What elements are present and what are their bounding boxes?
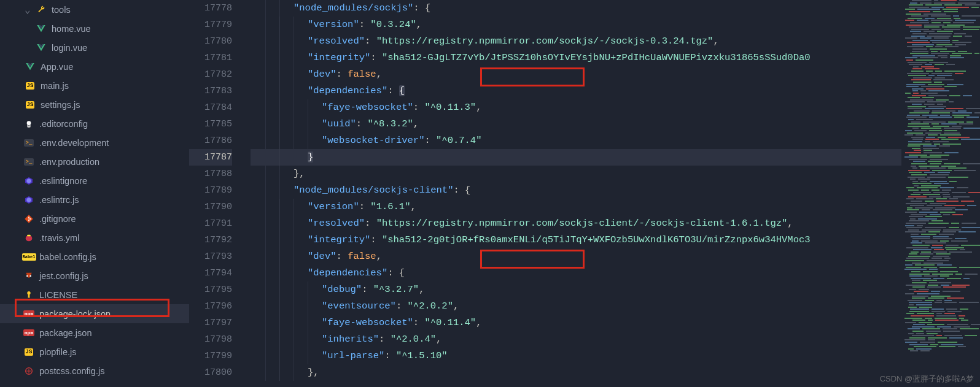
minimap-line [901,307,980,308]
minimap-line [901,348,980,350]
file-tree-item-package-lock-json[interactable]: npmpackage-lock.json [0,304,189,323]
file-tree-item-app-vue[interactable]: App.vue [0,57,189,76]
file-name-label: App.vue [41,62,73,72]
code-line[interactable]: "faye-websocket": "^0.11.4", [251,315,901,331]
minimap-line [901,148,980,150]
minimap[interactable] [901,0,980,387]
code-line[interactable]: "eventsource": "^2.0.2", [251,298,901,315]
file-tree-item--gitignore[interactable]: .gitignore [0,209,189,228]
js-icon: JS [25,80,36,91]
code-line[interactable]: "node_modules/sockjs": { [251,0,901,17]
code-line[interactable]: "version": "0.3.24", [251,17,901,33]
code-line[interactable]: } [251,149,901,166]
code-line[interactable]: "dev": false, [251,66,901,83]
minimap-line [901,9,980,10]
code-line[interactable]: "websocket-driver": "^0.7.4" [251,132,901,149]
file-tree-item-package-json[interactable]: npmpackage.json [0,323,189,342]
minimap-line [901,286,980,288]
code-editor[interactable]: 1777817779177801778117782177831778417785… [189,0,980,387]
minimap-line [901,203,980,205]
minimap-line [901,207,980,209]
line-number: 17800 [189,364,232,381]
line-number: 17789 [189,182,232,199]
minimap-line [901,53,980,55]
license-icon [23,289,34,301]
file-tree-item-jest-config-js[interactable]: jest.config.js [0,266,189,285]
code-line[interactable]: "resolved": "https://registry.npmmirror.… [251,33,901,50]
file-explorer: ⌄toolshome.vuelogin.vueApp.vueJSmain.jsJ… [0,0,189,387]
code-line[interactable]: }, [251,166,901,182]
code-line[interactable]: "node_modules/sockjs-client": { [251,182,901,199]
code-line[interactable]: "integrity": "sha512-GJgLTZ7vYb/JtPSSZ10… [251,50,901,66]
file-tree-item--travis-yml[interactable]: .travis.yml [0,228,189,247]
code-line[interactable]: "uuid": "^8.3.2", [251,116,901,132]
minimap-line [901,324,980,326]
minimap-line [901,112,980,114]
minimap-line [901,110,980,112]
line-number: 17794 [189,265,232,282]
minimap-line [901,128,980,129]
minimap-line [901,48,980,50]
minimap-line [901,267,980,269]
minimap-line [901,117,980,118]
minimap-line [901,42,980,44]
file-tree-item-tools[interactable]: ⌄tools [0,0,189,19]
file-tree-item-plopfile-js[interactable]: JSplopfile.js [0,342,189,361]
file-tree-item--eslintrc-js[interactable]: .eslintrc.js [0,190,189,209]
line-number: 17791 [189,215,232,232]
file-tree-item-home-vue[interactable]: home.vue [0,19,189,38]
code-content[interactable]: "node_modules/sockjs": {"version": "0.3.… [251,0,901,387]
file-tree-item-settings-js[interactable]: JSsettings.js [0,95,189,114]
minimap-line [901,15,980,17]
minimap-line [901,302,980,304]
code-line[interactable]: "dependencies": { [251,83,901,99]
minimap-line [901,236,980,238]
minimap-line [901,20,980,21]
env-icon: >_ [23,156,34,167]
file-tree-item--env-development[interactable]: >_.env.development [0,133,189,152]
minimap-line [901,44,980,46]
code-line[interactable]: }, [251,364,901,381]
minimap-line [901,166,980,167]
file-tree-item-main-js[interactable]: JSmain.js [0,76,189,95]
file-tree-item-postcss-config-js[interactable]: postcss.config.js [0,361,189,380]
code-line[interactable]: "resolved": "https://registry.npmmirror.… [251,215,901,232]
code-line[interactable]: "url-parse": "^1.5.10" [251,348,901,364]
minimap-line [901,121,980,123]
minimap-line [901,223,980,224]
code-line[interactable]: "integrity": "sha512-2g0tjOR+fRs0amxENLi… [251,232,901,248]
minimap-line [901,90,980,92]
minimap-line [901,242,980,244]
file-tree-item-login-vue[interactable]: login.vue [0,38,189,57]
minimap-line [901,192,980,194]
minimap-line [901,209,980,211]
minimap-line [901,318,980,320]
minimap-line [901,132,980,134]
code-line[interactable]: "faye-websocket": "^0.11.3", [251,99,901,116]
minimap-line [901,328,980,330]
file-tree-item-babel-config-js[interactable]: Babelbabel.config.js [0,247,189,266]
minimap-line [901,66,980,68]
file-tree-item-license[interactable]: LICENSE [0,285,189,304]
minimap-line [901,161,980,163]
svg-point-11 [29,275,31,277]
file-tree-item--editorconfig[interactable]: .editorconfig [0,114,189,133]
code-line[interactable]: "debug": "^3.2.7", [251,282,901,298]
line-number: 17782 [189,66,232,83]
code-line[interactable]: "version": "1.6.1", [251,199,901,215]
minimap-line [901,333,980,335]
minimap-line [901,163,980,165]
line-number: 17781 [189,50,232,66]
code-line[interactable]: "inherits": "^2.0.4", [251,331,901,348]
line-number: 17790 [189,199,232,215]
minimap-line [901,225,980,227]
minimap-line [901,104,980,105]
file-tree-item--eslintignore[interactable]: .eslintignore [0,171,189,190]
file-tree-item--env-production[interactable]: >_.env.production [0,152,189,171]
minimap-line [901,251,980,253]
line-number: 17788 [189,166,232,182]
code-line[interactable]: "dependencies": { [251,265,901,282]
minimap-line [901,198,980,200]
file-name-label: plopfile.js [39,347,76,357]
code-line[interactable]: "dev": false, [251,248,901,265]
